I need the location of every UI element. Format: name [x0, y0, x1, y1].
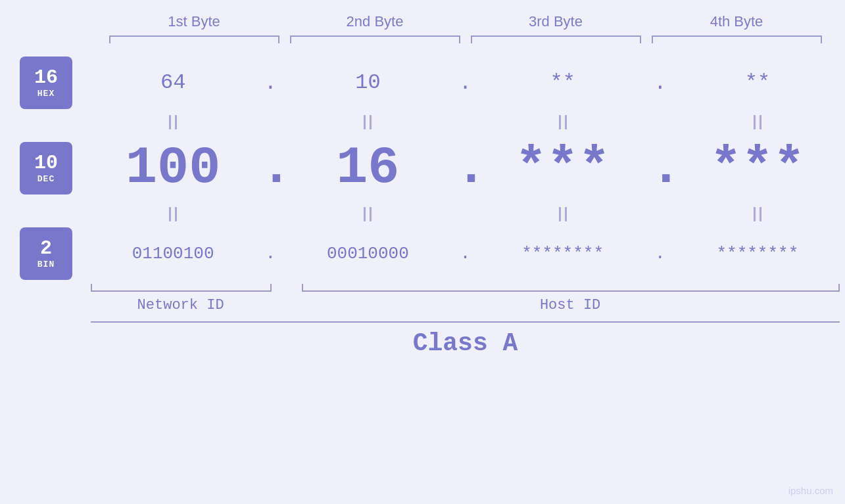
- dec-b2-cell: 16: [280, 142, 455, 195]
- host-bracket: [302, 284, 840, 292]
- byte1-header: 1st Byte: [104, 13, 285, 35]
- eq2-b4: [670, 207, 845, 221]
- bin-b2-value: 00010000: [327, 244, 409, 263]
- hex-dot2: .: [456, 71, 475, 95]
- bracket-b2: [290, 35, 460, 43]
- class-line: [91, 321, 840, 323]
- par-line-icon: [169, 207, 171, 221]
- dec-badge-num: 10: [34, 152, 58, 174]
- bracket-b3: [471, 35, 641, 43]
- eq2-b1: [85, 207, 260, 221]
- eq1-b4: [670, 115, 845, 129]
- par-line-icon: [364, 115, 366, 129]
- par-line-icon: [370, 115, 372, 129]
- hex-b3-value: **: [550, 70, 575, 95]
- class-label: Class A: [85, 329, 845, 357]
- bin-b3-cell: ********: [475, 245, 650, 262]
- eq1-b1: [85, 115, 260, 129]
- bin-dot1: .: [260, 244, 280, 263]
- dec-b1-cell: 100: [85, 142, 260, 195]
- eq2-b3: [475, 207, 650, 221]
- bin-b3-value: ********: [521, 244, 604, 263]
- top-brackets: [104, 35, 827, 43]
- par-line-icon: [169, 115, 171, 129]
- eq1-b2: [280, 115, 455, 129]
- hex-b2-cell: 10: [280, 72, 455, 93]
- byte3-header: 3rd Byte: [466, 13, 646, 35]
- hex-badge: 16 HEX: [20, 57, 72, 109]
- bin-badge: 2 BIN: [20, 227, 72, 280]
- par-line-icon: [760, 115, 761, 129]
- bin-data-row: 01100100 . 00010000 . ******** . *******…: [85, 227, 845, 280]
- dec-badge-label: DEC: [37, 174, 55, 184]
- bin-b1-value: 01100100: [132, 244, 214, 263]
- par-line-icon: [175, 115, 177, 129]
- bin-badge-label: BIN: [37, 260, 55, 269]
- hex-b2-value: 10: [355, 70, 380, 95]
- par-line-icon: [760, 207, 761, 221]
- bottom-brackets: [85, 284, 845, 292]
- hex-badge-num: 16: [34, 67, 58, 89]
- par-line-icon: [565, 207, 567, 221]
- hex-b4-value: **: [745, 70, 770, 95]
- dec-data-row: 100 . 16 . *** . ***: [85, 135, 845, 201]
- dec-b3-value: ***: [516, 138, 610, 198]
- par-line-icon: [754, 115, 756, 129]
- bracket-b4: [652, 35, 822, 43]
- dec-b4-value: ***: [710, 138, 805, 198]
- dec-dot1: .: [260, 142, 280, 195]
- hex-badge-label: HEX: [37, 89, 55, 99]
- par-line-icon: [565, 115, 567, 129]
- dec-badge: 10 DEC: [20, 142, 72, 195]
- hex-b4-cell: **: [670, 72, 845, 93]
- dec-b2-value: 16: [336, 138, 399, 198]
- bracket-b1: [109, 35, 279, 43]
- hex-b1-cell: 64: [85, 72, 260, 93]
- hex-b1-value: 64: [160, 70, 185, 95]
- class-section: Class A: [85, 321, 845, 357]
- par-line-icon: [370, 207, 372, 221]
- bin-b1-cell: 01100100: [85, 245, 260, 262]
- bin-b4-value: ********: [716, 244, 798, 263]
- hex-dot1: .: [260, 71, 280, 95]
- equals-row-2: [85, 201, 845, 227]
- badge-column: 16 HEX 10 DEC 2 BIN: [0, 57, 85, 280]
- bin-b2-cell: 00010000: [280, 245, 455, 262]
- dec-dot3: .: [650, 142, 670, 195]
- par-line-icon: [559, 115, 561, 129]
- par-line-icon: [559, 207, 561, 221]
- data-area: 64 . 10 . ** . **: [85, 57, 845, 357]
- eq2-b2: [280, 207, 455, 221]
- hex-b3-cell: **: [475, 72, 650, 93]
- bin-b4-cell: ********: [670, 245, 845, 262]
- bin-dot2: .: [456, 244, 475, 263]
- byte4-header: 4th Byte: [646, 13, 827, 35]
- par-line-icon: [364, 207, 366, 221]
- dec-b3-cell: ***: [475, 142, 650, 195]
- par-line-icon: [754, 207, 756, 221]
- dec-dot2: .: [456, 142, 475, 195]
- label-spacer-dot: [276, 297, 295, 313]
- watermark: ipshu.com: [788, 485, 833, 496]
- network-id-label: Network ID: [91, 297, 270, 313]
- equals-row-1: [85, 109, 845, 135]
- byte2-header: 2nd Byte: [285, 13, 466, 35]
- dec-b4-cell: ***: [670, 142, 845, 195]
- dec-b1-value: 100: [126, 138, 220, 198]
- main-container: 1st Byte 2nd Byte 3rd Byte 4th Byte 16 H…: [0, 0, 845, 504]
- hex-data-row: 64 . 10 . ** . **: [85, 57, 845, 109]
- bin-badge-num: 2: [40, 238, 52, 260]
- host-id-label: Host ID: [301, 297, 840, 313]
- hex-dot3: .: [650, 71, 670, 95]
- main-layout: 16 HEX 10 DEC 2 BIN: [0, 50, 845, 497]
- eq1-b3: [475, 115, 650, 129]
- byte-headers-row: 1st Byte 2nd Byte 3rd Byte 4th Byte: [104, 13, 827, 35]
- network-bracket: [91, 284, 272, 292]
- id-labels-row: Network ID Host ID: [85, 297, 845, 313]
- bin-dot3: .: [650, 244, 670, 263]
- par-line-icon: [175, 207, 177, 221]
